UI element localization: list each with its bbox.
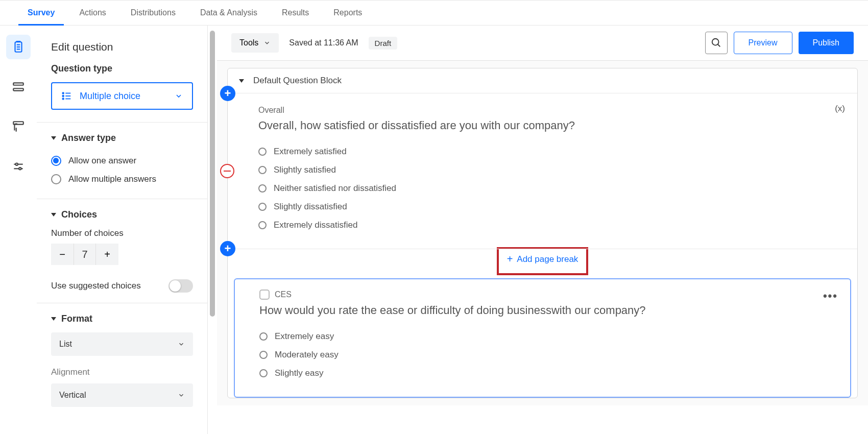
top-nav: Survey Actions Distributions Data & Anal… [0,0,868,26]
preview-button[interactable]: Preview [734,32,792,54]
list-icon [61,90,73,102]
search-button[interactable] [705,32,728,54]
sidebar-title: Edit question [37,26,207,63]
question-option[interactable]: Slightly easy [259,364,826,382]
tab-results[interactable]: Results [270,1,321,25]
canvas: Tools Saved at 11:36 AM Draft Preview Pu… [217,26,868,434]
chevron-down-icon [178,392,185,399]
add-page-break-label: Add page break [517,254,578,264]
radio-icon [259,332,268,341]
svg-point-14 [62,98,64,100]
question-card[interactable]: + + (x) Overall Overall, how satisfied o… [228,93,857,249]
format-section-toggle[interactable]: Format [51,314,193,324]
tools-label: Tools [239,38,258,47]
format-select-value: List [59,340,72,349]
radio-allow-one-label: Allow one answer [68,156,136,166]
question-option[interactable]: Extremely easy [259,327,826,346]
question-type-select[interactable]: Multiple choice [51,82,193,110]
stepper-value: 7 [74,244,96,265]
answer-type-section-toggle[interactable]: Answer type [51,133,193,143]
alignment-select[interactable]: Vertical [51,383,193,407]
caret-down-icon [51,136,56,140]
svg-rect-4 [13,83,23,85]
rail-builder-icon[interactable] [6,35,31,59]
select-question-checkbox[interactable] [259,290,270,300]
piped-text-action[interactable]: (x) [835,104,845,114]
question-menu-button[interactable]: ••• [823,290,838,303]
question-option[interactable]: Extremely dissatisfied [258,216,827,234]
radio-icon [51,174,61,184]
svg-line-19 [717,44,720,47]
question-card[interactable]: ••• CES How would you rate the ease or d… [234,278,851,398]
publish-button[interactable]: Publish [799,32,854,54]
choices-heading: Choices [61,209,97,220]
tab-data-analysis[interactable]: Data & Analysis [188,1,270,25]
svg-rect-6 [13,122,23,124]
tab-reports[interactable]: Reports [321,1,374,25]
draft-badge: Draft [369,37,398,50]
num-choices-label: Number of choices [51,228,193,238]
question-name: Overall [258,106,827,115]
question-block: Default Question Block + + (x) Overall O… [227,68,858,398]
question-option[interactable]: Neither satisfied nor dissatisfied [258,179,827,198]
radio-allow-one[interactable]: Allow one answer [51,152,193,170]
svg-point-12 [62,92,64,94]
option-label: Slightly dissatisfied [274,202,347,212]
num-choices-stepper: − 7 + [51,244,193,265]
question-name: CES [275,290,292,299]
question-text[interactable]: Overall, how satisfied or dissatisfied a… [258,119,827,132]
option-label: Neither satisfied nor dissatisfied [274,183,396,194]
radio-icon [258,166,267,174]
qtype-heading: Question type [37,63,207,82]
rail-look-feel-icon[interactable] [6,114,31,139]
saved-status: Saved at 11:36 AM [289,38,358,47]
alignment-label: Alignment [51,367,193,377]
tutorial-highlight: + Add page break [497,247,589,275]
radio-icon [259,369,268,377]
edit-sidebar: Edit question Question type Multiple cho… [37,26,208,434]
question-option[interactable]: Extremely satisfied [258,142,827,161]
radio-icon [258,184,267,192]
radio-icon [51,156,61,166]
remove-question-button[interactable] [220,164,234,178]
sidebar-scrollbar[interactable] [210,31,215,317]
radio-icon [258,203,267,211]
question-option[interactable]: Slightly satisfied [258,161,827,179]
svg-point-9 [16,163,18,165]
question-option[interactable]: Slightly dissatisfied [258,198,827,216]
option-label: Extremely satisfied [274,147,347,157]
radio-allow-multiple[interactable]: Allow multiple answers [51,170,193,188]
choices-section-toggle[interactable]: Choices [51,209,193,220]
stepper-increment[interactable]: + [96,244,118,265]
plus-icon: + [507,253,513,265]
suggested-choices-toggle[interactable] [168,279,193,293]
rail-flow-icon[interactable] [6,75,31,99]
tools-button[interactable]: Tools [231,33,279,53]
chevron-down-icon [175,92,183,100]
question-text[interactable]: How would you rate the ease or difficult… [259,304,826,317]
svg-point-13 [62,95,64,97]
question-option[interactable]: Moderately easy [259,346,826,364]
chevron-down-icon [263,39,271,46]
option-label: Moderately easy [275,350,339,360]
stepper-decrement[interactable]: − [51,244,74,265]
add-page-break-button[interactable]: + Add page break [500,249,586,269]
tab-actions[interactable]: Actions [67,1,118,25]
option-label: Slightly easy [275,368,323,378]
radio-allow-multiple-label: Allow multiple answers [68,174,156,184]
add-question-below-button[interactable]: + [220,241,235,256]
answer-type-heading: Answer type [61,133,116,143]
block-header[interactable]: Default Question Block [228,68,857,93]
format-select[interactable]: List [51,332,193,356]
svg-point-11 [19,167,21,170]
add-question-above-button[interactable]: + [220,86,235,101]
svg-point-18 [712,39,718,45]
option-label: Extremely dissatisfied [274,220,357,230]
suggested-choices-label: Use suggested choices [51,281,141,291]
alignment-select-value: Vertical [59,391,86,400]
rail-options-icon[interactable] [6,154,31,179]
tab-survey[interactable]: Survey [15,1,67,25]
radio-icon [258,221,267,229]
search-icon [711,37,722,49]
tab-distributions[interactable]: Distributions [118,1,188,25]
